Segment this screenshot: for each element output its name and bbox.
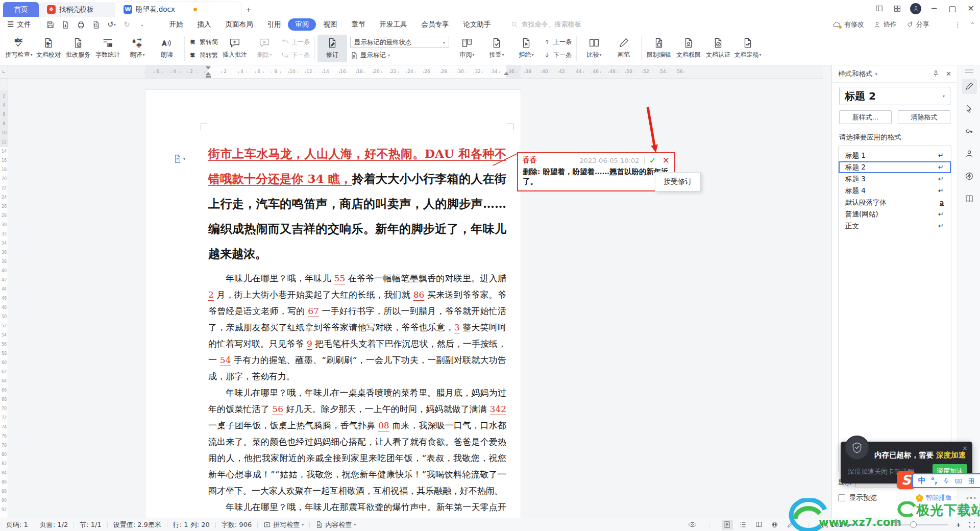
rail-read-mode-icon[interactable] <box>962 191 977 206</box>
menu-tab-page-layout[interactable]: 页面布局 <box>218 18 260 31</box>
collaborate-button[interactable]: 协作 <box>873 20 897 29</box>
ribbon-compare-button[interactable]: 比较▾ <box>579 35 609 62</box>
eye-protect-icon[interactable] <box>688 520 697 529</box>
zoom-out-button[interactable]: − <box>860 521 865 528</box>
menu-tab-insert[interactable]: 插入 <box>190 18 218 31</box>
rail-edit-pen-icon[interactable] <box>962 79 977 94</box>
fullscreen-icon[interactable] <box>968 521 976 528</box>
indent-marker[interactable] <box>206 72 211 75</box>
file-menu[interactable]: ☰文件 <box>0 20 37 29</box>
user-avatar[interactable] <box>906 0 925 17</box>
menu-tab-review[interactable]: 审阅 <box>288 18 316 31</box>
document-heading-paragraph[interactable]: 街市上车水马龙，人山人海，好不热闹。DAU 和各种不错哦款十分还是你 34 瞧，… <box>208 141 506 266</box>
ink-view-icon[interactable] <box>785 520 796 530</box>
style-list-item[interactable]: 普通(网站)↵ <box>839 208 951 220</box>
outline-view-icon[interactable] <box>738 520 749 530</box>
indent-marker[interactable] <box>206 66 211 69</box>
maximize-button[interactable]: ▢ <box>943 0 962 17</box>
ribbon-simp-to-trad-button[interactable]: 简转繁 <box>189 49 218 61</box>
ribbon-doc-certify-button[interactable]: 文档认证 <box>703 35 733 62</box>
ribbon-insert-comment-button[interactable]: 插入批注 <box>220 35 250 62</box>
ribbon-review-pane-button[interactable]: 审阅▾ <box>452 35 482 62</box>
ime-keyboard-icon[interactable] <box>954 477 963 485</box>
command-search[interactable]: 查找命令、搜索模板 <box>511 20 581 29</box>
paragraph-style-gutter-icon[interactable]: ▾ <box>173 154 185 163</box>
ime-punctuation-mode[interactable]: °, <box>931 476 938 486</box>
status-content-check-button[interactable]: 内容检查▾ <box>315 520 356 529</box>
ribbon-accept-button[interactable]: 接受▾ <box>482 35 511 62</box>
document-text[interactable]: 街市上车水马龙，人山人海，好不热闹。DAU 和各种不错哦款十分还是你 34 瞧，… <box>208 141 506 518</box>
save-button[interactable] <box>43 18 57 31</box>
page-view-icon[interactable] <box>722 520 733 530</box>
style-list-item[interactable]: 正文↵ <box>839 220 951 232</box>
ribbon-spell-check-button[interactable]: 拼写检查▾ <box>4 35 34 62</box>
menu-tab-section[interactable]: 章节 <box>344 18 372 31</box>
minimize-button[interactable]: ─ <box>925 0 943 17</box>
ribbon-show-markup-button[interactable]: 显示标记▾ <box>350 51 449 60</box>
show-preview-checkbox[interactable] <box>838 494 845 501</box>
zoom-slider[interactable] <box>872 524 948 525</box>
apps-grid-icon[interactable] <box>888 0 906 17</box>
ribbon-word-count-button[interactable]: 字数统计 <box>93 35 122 62</box>
vertical-ruler[interactable]: 2468101214161820222426283032343638404244… <box>0 79 8 518</box>
style-list-item[interactable]: 标题 1↵ <box>839 150 951 161</box>
print-button[interactable] <box>74 18 87 31</box>
tab-template-store[interactable]: ❖ 找稻壳模板 <box>39 2 115 17</box>
ribbon-doc-proof-button[interactable]: 文档校对 <box>34 35 63 62</box>
menu-tab-dev-tools[interactable]: 开发工具 <box>372 18 414 31</box>
ribbon-reject-button[interactable]: 拒绝▾ <box>511 35 541 62</box>
reject-revision-x-icon[interactable]: ✕ <box>663 156 670 165</box>
new-tab-button[interactable]: ＋ <box>241 2 256 17</box>
style-list-item[interactable]: 标题 3↵ <box>839 173 951 185</box>
current-style-select[interactable]: 标题 2 ▾ <box>839 87 950 105</box>
tab-home[interactable]: 首页 <box>3 2 39 17</box>
zoom-slider-knob[interactable] <box>910 521 917 528</box>
menu-tab-home[interactable]: 开始 <box>162 18 190 31</box>
document-paragraph[interactable]: 年味儿在哪里？哦，年味儿在那震耳欲聋的爆竹声中。新年第一天零点开始，人们便没了睡… <box>208 499 506 518</box>
fit-page-icon[interactable] <box>821 521 829 528</box>
menu-tab-reference[interactable]: 引用 <box>260 18 288 31</box>
more-menu-icon[interactable]: ⋮ <box>954 21 961 29</box>
layout-switch-icon[interactable] <box>870 0 888 17</box>
status-spell-check-button[interactable]: 拼写检查▾ <box>263 520 304 529</box>
style-list-item[interactable]: 默认段落字体a <box>839 197 951 208</box>
indent-marker[interactable] <box>206 76 211 78</box>
ribbon-restrict-edit-button[interactable]: 限制编辑 <box>644 35 674 62</box>
close-panel-icon[interactable]: ✕ <box>946 70 951 78</box>
rail-signature-icon[interactable] <box>962 146 977 161</box>
ime-mic-icon[interactable] <box>943 477 950 485</box>
rail-key-icon[interactable] <box>962 124 977 139</box>
ribbon-next-revision-button[interactable]: 下一条 <box>543 49 572 61</box>
close-button[interactable]: ✕ <box>962 0 980 17</box>
tab-document[interactable]: W 盼望着.docx <box>115 2 241 17</box>
smart-typeset-button[interactable]: ⚡ 智能排版 <box>916 493 952 502</box>
web-view-icon[interactable] <box>769 520 780 530</box>
show-markup-state-select[interactable]: 显示标记的最终状态▾ <box>350 37 449 48</box>
read-view-icon[interactable] <box>753 520 765 530</box>
undo-button[interactable]: ↺▾ <box>105 18 118 31</box>
new-style-button[interactable]: 新样式... <box>839 110 892 124</box>
ribbon-brush-button[interactable]: 画笔 <box>609 35 639 62</box>
export-pdf-button[interactable] <box>59 18 72 31</box>
ribbon-doc-permission-button[interactable]: 文档权限 <box>674 35 703 62</box>
customize-qat-icon[interactable]: ⌄ <box>135 18 149 31</box>
document-paragraph[interactable]: 年味儿在哪里？哦，年味儿 55 在爷爷一幅幅笔墨飘香的对联里。进入腊 2 月，街… <box>208 270 506 384</box>
ribbon-next-comment-button[interactable]: 下一条 <box>281 49 310 61</box>
zoom-in-button[interactable]: ＋ <box>955 520 962 529</box>
clear-format-button[interactable]: 清除格式 <box>898 110 950 124</box>
ribbon-trad-to-simp-button[interactable]: 繁转简 <box>189 36 218 48</box>
menu-tab-paper-assistant[interactable]: 论文助手 <box>456 18 498 31</box>
ribbon-grading-service-button[interactable]: 批改服务 <box>63 35 93 62</box>
pin-panel-icon[interactable] <box>932 70 940 78</box>
ribbon-delete-comment-button[interactable]: 删除▾ <box>250 35 279 62</box>
redo-button[interactable]: ↻ <box>120 18 133 31</box>
rail-quick-boost-icon[interactable] <box>962 168 977 184</box>
tab-stop-selector[interactable]: ∟ <box>0 65 8 79</box>
chevron-down-icon[interactable]: ▾ <box>875 71 878 77</box>
ribbon-prev-comment-button[interactable]: 上一条 <box>281 36 310 48</box>
modified-status[interactable]: 有修改 <box>832 20 864 29</box>
print-preview-button[interactable] <box>89 18 103 31</box>
ribbon-track-changes-button[interactable]: 修订 <box>317 35 347 62</box>
ribbon-doc-finalize-button[interactable]: 文档定稿▾ <box>733 35 763 62</box>
share-button[interactable]: 分享 <box>906 20 929 29</box>
